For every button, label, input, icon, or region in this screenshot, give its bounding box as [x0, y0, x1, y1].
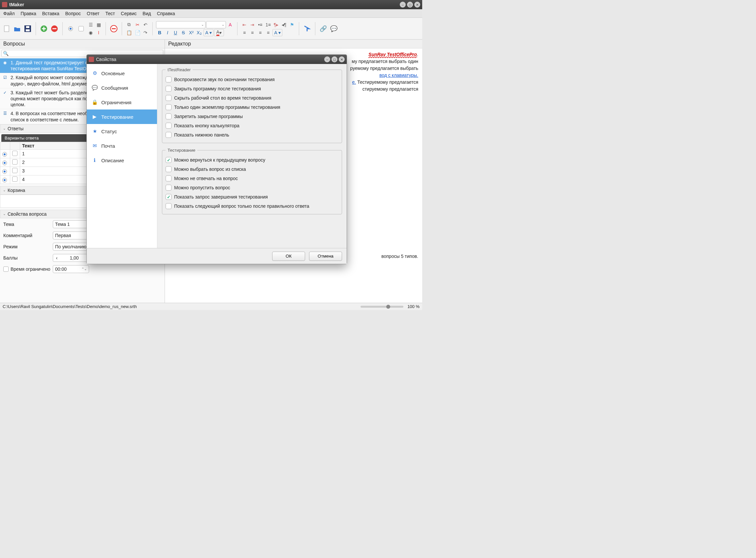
menu-view[interactable]: Вид — [143, 11, 151, 16]
strike-icon[interactable]: S — [180, 29, 187, 36]
save-file-icon[interactable] — [23, 24, 32, 33]
undo-icon[interactable]: ↶ — [142, 21, 149, 28]
menu-help[interactable]: Справка — [157, 11, 175, 16]
italic-icon[interactable]: I — [164, 29, 171, 36]
dialog-close-button[interactable]: ✕ — [339, 56, 345, 62]
link-icon[interactable]: 🔗 — [319, 24, 328, 33]
checkbox[interactable] — [166, 86, 172, 92]
checkbox[interactable] — [166, 157, 172, 163]
font-size-combo[interactable]: ⌄ — [206, 21, 226, 28]
underline-icon[interactable]: U — [172, 29, 179, 36]
checkbox[interactable] — [12, 151, 18, 156]
slider-thumb[interactable] — [386, 305, 390, 309]
comment-icon[interactable]: 💬 — [329, 24, 338, 33]
checkbox[interactable] — [166, 95, 172, 101]
checkbox-row[interactable]: Можно не отвечать на вопрос — [166, 174, 338, 183]
ok-button[interactable]: ОК — [272, 252, 305, 261]
checkbox-row[interactable]: Можно выбрать вопрос из списка — [166, 164, 338, 174]
check-type-icon[interactable] — [77, 24, 86, 33]
menu-file[interactable]: Файл — [3, 11, 15, 16]
checkbox[interactable] — [166, 185, 172, 191]
paragraph-dropdown[interactable]: A ▾ — [273, 29, 282, 36]
menu-edit[interactable]: Правка — [21, 11, 36, 16]
zoom-slider[interactable] — [360, 306, 403, 308]
cancel-button[interactable]: Отмена — [309, 252, 342, 261]
sidebar-item-description[interactable]: ℹОписание — [87, 153, 157, 168]
close-button[interactable]: ✕ — [414, 2, 420, 7]
number-list-icon[interactable]: 1≡ — [264, 21, 272, 28]
input-type-icon[interactable]: I — [95, 29, 102, 36]
list-icon[interactable]: ☰ — [87, 21, 94, 28]
menu-service[interactable]: Сервис — [121, 11, 136, 16]
time-field[interactable]: 00:00⌃⌄ — [53, 265, 89, 273]
new-file-icon[interactable] — [2, 24, 11, 33]
checkbox-row[interactable]: Воспроизвести звук по окончании тестрова… — [166, 75, 338, 84]
grid-icon[interactable]: ▦ — [95, 21, 102, 28]
checkbox-row[interactable]: Показать следующий вопрос только после п… — [166, 202, 338, 211]
checkbox[interactable] — [166, 132, 172, 138]
rtl-icon[interactable]: ◂¶ — [280, 21, 287, 28]
checkbox-row[interactable]: Показать запрос завершения тестирования — [166, 192, 338, 202]
editor-link[interactable]: е. — [352, 79, 356, 85]
checkbox[interactable] — [12, 168, 18, 173]
redo-icon[interactable]: ↷ — [142, 29, 149, 36]
outdent-icon[interactable]: ⇤ — [241, 21, 248, 28]
align-justify-icon[interactable]: ≡ — [264, 29, 272, 36]
editor-link[interactable]: вод с клавиатуры. — [379, 73, 418, 78]
align-right-icon[interactable]: ≡ — [257, 29, 264, 36]
font-color-icon[interactable]: A — [227, 21, 234, 28]
open-file-icon[interactable] — [12, 24, 22, 33]
paste-icon[interactable]: 📋 — [125, 29, 133, 36]
remove-icon[interactable] — [50, 24, 59, 33]
checkbox-row[interactable]: Скрыть рабочий стол во время тестировани… — [166, 93, 338, 103]
checkbox[interactable] — [12, 176, 18, 182]
radio-type-icon[interactable] — [66, 24, 75, 33]
superscript-icon[interactable]: X² — [188, 29, 195, 36]
menu-question[interactable]: Вопрос — [65, 11, 81, 16]
cut-icon[interactable]: ✂ — [134, 21, 141, 28]
add-icon[interactable] — [39, 24, 49, 33]
bold-icon[interactable]: B — [156, 29, 163, 36]
arrow-down-icon[interactable] — [302, 24, 312, 33]
subscript-icon[interactable]: X₂ — [196, 29, 203, 36]
checkbox-row[interactable]: Можно пропустить вопрос — [166, 183, 338, 192]
sidebar-item-messages[interactable]: 💬Сообщения — [87, 80, 157, 95]
checkbox[interactable] — [166, 203, 172, 209]
sidebar-item-testing[interactable]: ▶Тестирование — [87, 109, 157, 124]
checkbox-row[interactable]: Показать нижнюю панель — [166, 130, 338, 140]
maximize-button[interactable]: ◻ — [407, 2, 413, 7]
menu-test[interactable]: Тест — [105, 11, 115, 16]
sidebar-item-status[interactable]: ★Статус — [87, 124, 157, 138]
dialog-maximize-button[interactable]: ◻ — [331, 56, 337, 62]
radio-icon[interactable] — [2, 169, 7, 174]
ltr-icon[interactable]: ¶▸ — [273, 21, 280, 28]
clear-format-icon[interactable]: ⚑ — [288, 21, 296, 28]
menu-insert[interactable]: Вставка — [42, 11, 59, 16]
checkbox-row[interactable]: Запретить закрытие программы — [166, 112, 338, 121]
timed-checkbox[interactable] — [3, 267, 8, 272]
checkbox[interactable] — [166, 77, 172, 82]
highlight-dropdown[interactable]: A ▾ — [214, 29, 224, 36]
checkbox-row[interactable]: Закрыть программу после тестирования — [166, 84, 338, 93]
checkbox[interactable] — [166, 175, 172, 181]
checkbox[interactable] — [12, 159, 18, 164]
checkbox[interactable] — [166, 166, 172, 172]
radio-icon[interactable] — [2, 178, 7, 182]
spin-down[interactable]: ‹ — [53, 255, 60, 260]
font-family-combo[interactable]: ⌄ — [156, 21, 205, 28]
checkbox-row[interactable]: Показать кнопку калькулятора — [166, 121, 338, 130]
sidebar-item-restrictions[interactable]: 🔒Ограничения — [87, 95, 157, 109]
align-center-icon[interactable]: ≡ — [249, 29, 256, 36]
radio-icon[interactable] — [2, 160, 7, 165]
clipboard-icon[interactable]: 📄 — [134, 29, 141, 36]
minimize-button[interactable]: – — [400, 2, 406, 7]
sidebar-item-main[interactable]: ⚙Основные — [87, 66, 157, 80]
text-color-dropdown[interactable]: A ▾ — [203, 29, 213, 36]
radio-icon[interactable] — [2, 152, 7, 157]
checkbox-row[interactable]: Только один экземпляр программы тестиров… — [166, 103, 338, 112]
bullet-list-icon[interactable]: •≡ — [257, 21, 264, 28]
sidebar-item-mail[interactable]: ✉Почта — [87, 138, 157, 153]
align-left-icon[interactable]: ≡ — [241, 29, 248, 36]
checkbox[interactable] — [166, 104, 172, 110]
checkbox-row[interactable]: Можно вернуться к предыдущему вопросу — [166, 155, 338, 164]
